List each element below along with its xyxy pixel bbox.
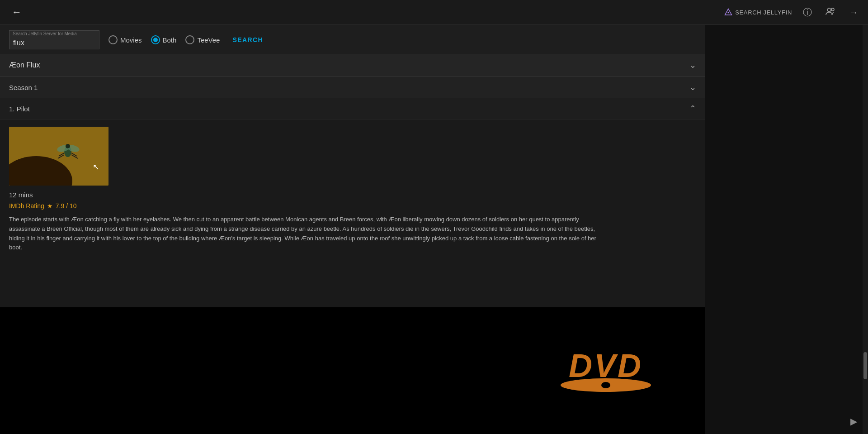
sidebar-scrollbar-thumb[interactable] [863, 352, 867, 379]
radio-circle-teevee [185, 35, 194, 44]
dvd-text: DVD [569, 349, 643, 382]
search-jellyfin-label: SEARCH JELLYFIN [735, 9, 792, 16]
imdb-score: 7.9 / 10 [56, 202, 77, 210]
chevron-down-icon: ⌄ [689, 60, 696, 70]
radio-label-both: Both [163, 36, 177, 44]
search-input-label: Search Jellyfin Server for Media [13, 31, 77, 36]
arrow-right-button[interactable]: → [846, 5, 861, 19]
radio-both[interactable]: Both [151, 35, 177, 44]
episode-chevron-up-icon: ⌃ [689, 104, 696, 114]
results: Æon Flux ⌄ Season 1 ⌄ 1. Pilot ⌃ [0, 54, 705, 260]
show-title: Æon Flux [9, 61, 40, 69]
radio-circle-movies [108, 35, 118, 44]
season-chevron-down-icon: ⌄ [689, 82, 696, 92]
svg-point-1 [728, 12, 729, 13]
search-input-wrap: Search Jellyfin Server for Media [9, 30, 99, 49]
imdb-label: IMDb Rating [9, 202, 44, 210]
info-icon: ⓘ [803, 7, 812, 17]
episode-thumbnail[interactable]: ↖ [9, 127, 108, 186]
back-button[interactable]: ← [7, 4, 26, 21]
star-icon: ★ [47, 202, 53, 210]
radio-movies[interactable]: Movies [108, 35, 142, 44]
svg-point-2 [827, 8, 831, 12]
episode-detail: ↖ 12 mins IMDb Rating ★ 7.9 / 10 The epi… [0, 119, 705, 260]
sidebar-scrollbar[interactable] [863, 25, 868, 434]
topbar: ← SEARCH JELLYFIN ⓘ → [0, 0, 868, 25]
jellyfin-logo-icon [724, 8, 732, 16]
sidebar [705, 25, 868, 434]
topbar-right: SEARCH JELLYFIN ⓘ → [724, 5, 861, 20]
dvd-section: DVD [0, 307, 705, 434]
show-title-row[interactable]: Æon Flux ⌄ [0, 54, 705, 77]
duration-text: 12 mins [9, 191, 696, 199]
episode-row[interactable]: 1. Pilot ⌃ [0, 98, 705, 119]
radio-circle-both [151, 35, 160, 44]
radio-teevee[interactable]: TeeVee [185, 35, 220, 44]
search-form: Search Jellyfin Server for Media Movies … [0, 25, 705, 54]
episode-description: The episode starts with Æon catching a f… [9, 215, 597, 253]
search-jellyfin-button[interactable]: SEARCH JELLYFIN [724, 8, 792, 16]
thumbnail-image [9, 127, 108, 186]
season-title: Season 1 [9, 84, 38, 91]
cursor-indicator: ↖ [93, 162, 99, 172]
dvd-disc-icon [561, 378, 651, 392]
info-button[interactable]: ⓘ [800, 5, 815, 20]
search-button[interactable]: SEARCH [229, 34, 267, 45]
svg-point-9 [66, 144, 70, 148]
episode-title: 1. Pilot [9, 105, 30, 113]
radio-label-movies: Movies [120, 36, 142, 44]
dvd-logo: DVD [561, 349, 651, 392]
radio-group: Movies Both TeeVee [108, 35, 220, 44]
users-icon [826, 7, 835, 17]
radio-label-teevee: TeeVee [197, 36, 220, 44]
svg-point-3 [831, 8, 834, 11]
arrow-right-icon: → [849, 7, 858, 17]
users-button[interactable] [823, 5, 838, 19]
bottom-right-arrow-button[interactable]: ▶ [850, 416, 857, 427]
imdb-rating: IMDb Rating ★ 7.9 / 10 [9, 202, 696, 210]
season-row[interactable]: Season 1 ⌄ [0, 77, 705, 98]
